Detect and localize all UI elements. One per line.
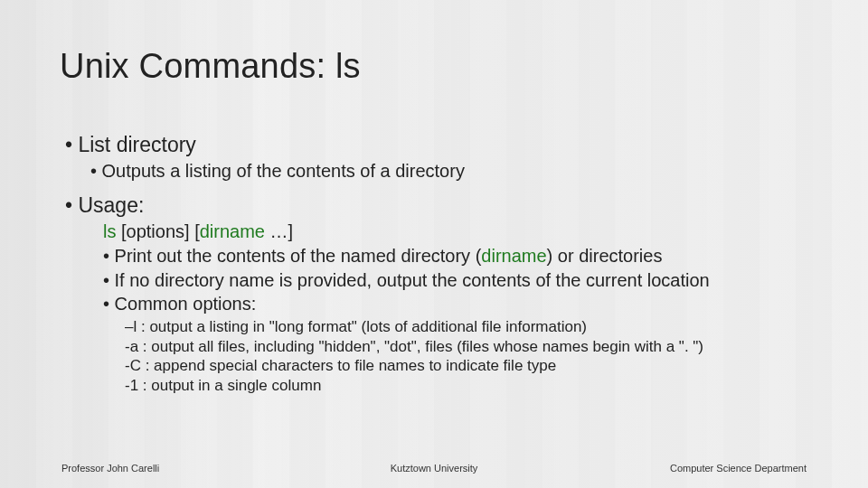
bullet-no-dir: If no directory name is provided, output… xyxy=(103,269,841,293)
bullet-common-options: Common options: xyxy=(103,293,841,316)
slide-content: List directory Outputs a listing of the … xyxy=(65,127,841,396)
usage-args: [options] [ xyxy=(116,221,199,241)
slide: Unix Commands: ls List directory Outputs… xyxy=(0,0,868,488)
slide-footer: Professor John Carelli Kutztown Universi… xyxy=(0,463,868,474)
bullet-list-directory: List directory xyxy=(65,132,841,158)
print-contents-b: ) or directories xyxy=(547,246,663,266)
bullet-usage: Usage: xyxy=(65,192,841,219)
usage-line: ls [options] [dirname …] xyxy=(103,221,841,244)
bullet-outputs: Outputs a listing of the contents of a d… xyxy=(90,160,841,183)
print-contents-a: Print out the contents of the named dire… xyxy=(115,246,482,266)
usage-dirname: dirname xyxy=(200,221,265,241)
usage-cmd: ls xyxy=(103,221,116,241)
slide-title: Unix Commands: ls xyxy=(60,47,361,86)
footer-center: Kutztown University xyxy=(0,463,868,474)
opt-1: -1 : output in a single column xyxy=(125,376,841,396)
opt-l: –l : output a listing in "long format" (… xyxy=(125,317,841,337)
opt-c: -C : append special characters to file n… xyxy=(125,356,841,376)
usage-tail: …] xyxy=(265,221,293,241)
opt-a: -a : output all files, including "hidden… xyxy=(125,337,841,357)
bullet-print-contents: Print out the contents of the named dire… xyxy=(103,245,841,268)
print-contents-dirname: dirname xyxy=(481,246,546,266)
